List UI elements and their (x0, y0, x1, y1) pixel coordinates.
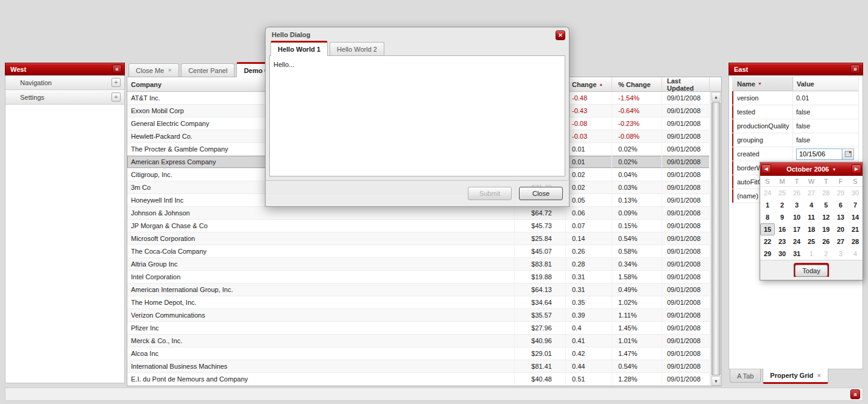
calendar-day[interactable]: 30 (848, 187, 863, 199)
table-row[interactable]: Johnson & Johnson$64.720.060.09%09/01/20… (127, 207, 710, 220)
collapse-left-icon[interactable]: « (112, 64, 122, 74)
column-header-last-updated[interactable]: Last Updated (662, 77, 710, 91)
tab-close-icon[interactable]: ✕ (817, 373, 821, 378)
month-year-label[interactable]: October 2006 (786, 165, 829, 173)
submit-button[interactable]: Submit (468, 187, 512, 200)
tab-hello-world-2[interactable]: Hello World 2 (330, 42, 384, 55)
column-header-pct-change[interactable]: % Change (612, 77, 662, 91)
property-row[interactable]: groupingfalse (732, 133, 858, 147)
calendar-day[interactable]: 1 (804, 248, 819, 260)
pct-change-cell: 0.03% (612, 181, 662, 193)
calendar-day[interactable]: 8 (760, 211, 775, 223)
property-row[interactable]: testedfalse (732, 105, 858, 119)
calendar-day[interactable]: 30 (775, 248, 789, 260)
calendar-day[interactable]: 12 (819, 211, 833, 223)
calendar-day[interactable]: 2 (775, 199, 789, 211)
column-header-change[interactable]: Change ▲ (566, 77, 612, 91)
table-row[interactable]: International Business Machines$81.410.4… (127, 360, 710, 373)
vertical-scrollbar[interactable]: ▲ ▼ (710, 92, 721, 386)
today-button[interactable]: Today (795, 265, 828, 277)
dialog-close-icon[interactable]: ✕ (556, 30, 565, 40)
table-row[interactable]: E.I. du Pont de Nemours and Company$40.4… (127, 373, 710, 386)
table-row[interactable]: Microsoft Corporation$25.840.140.54%09/0… (127, 232, 710, 245)
table-row[interactable]: American International Group, Inc.$64.13… (127, 284, 710, 296)
expand-up-icon[interactable]: « (850, 389, 860, 399)
month-dropdown-icon[interactable]: ▼ (832, 167, 836, 172)
calendar-day[interactable]: 17 (789, 223, 804, 235)
table-row[interactable]: Pfizer Inc$27.960.41.45%09/01/2008 (127, 322, 710, 335)
calendar-day[interactable]: 26 (789, 187, 804, 199)
calendar-day[interactable]: 25 (775, 187, 789, 199)
price-cell: $35.57 (515, 309, 566, 321)
calendar-day[interactable]: 9 (775, 211, 789, 223)
calendar-day[interactable]: 23 (775, 235, 789, 248)
tab-property-grid[interactable]: Property Grid✕ (763, 369, 828, 384)
calendar-day[interactable]: 24 (789, 235, 804, 248)
calendar-day[interactable]: 18 (804, 223, 819, 235)
table-row[interactable]: The Home Depot, Inc.$34.640.351.02%09/01… (127, 296, 710, 309)
calendar-day[interactable]: 5 (819, 199, 833, 211)
calendar-day[interactable]: 14 (848, 211, 863, 223)
scroll-up-icon[interactable]: ▲ (711, 92, 721, 102)
table-row[interactable]: Altria Group Inc$83.810.280.34%09/01/200… (127, 258, 710, 271)
expand-plus-icon[interactable]: + (111, 92, 121, 102)
close-button[interactable]: Close (519, 187, 563, 200)
calendar-day[interactable]: 3 (789, 199, 804, 211)
calendar-day[interactable]: 20 (833, 223, 848, 235)
previous-month-icon[interactable]: ◀ (761, 164, 771, 174)
calendar-day[interactable]: 28 (848, 235, 863, 248)
calendar-day[interactable]: 16 (775, 223, 789, 235)
tab-center-panel[interactable]: Center Panel (181, 63, 235, 77)
calendar-day[interactable]: 4 (804, 199, 819, 211)
column-header-value[interactable]: Value (793, 77, 858, 91)
property-row[interactable]: productionQualityfalse (732, 119, 858, 133)
calendar-day[interactable]: 28 (819, 187, 833, 199)
scroll-down-icon[interactable]: ▼ (711, 376, 721, 386)
table-row[interactable]: Alcoa Inc$29.010.421.47%09/01/2008 (127, 347, 710, 360)
table-row[interactable]: Intel Corporation$19.880.311.58%09/01/20… (127, 271, 710, 284)
calendar-day[interactable]: 13 (833, 211, 848, 223)
next-month-icon[interactable]: ▶ (852, 164, 861, 174)
collapse-right-icon[interactable]: » (850, 64, 860, 74)
table-row[interactable]: Verizon Communications$35.570.391.11%09/… (127, 309, 710, 322)
calendar-day[interactable]: 10 (789, 211, 804, 223)
calendar-day[interactable]: 25 (804, 235, 819, 248)
column-header-name[interactable]: Name ▼ (732, 77, 793, 91)
calendar-day[interactable]: 22 (760, 235, 775, 248)
accordion-item-settings[interactable]: Settings + (5, 90, 124, 105)
tab-hello-world-1[interactable]: Hello World 1 (270, 41, 328, 56)
calendar-day[interactable]: 4 (848, 248, 863, 260)
calendar-day[interactable]: 27 (833, 235, 848, 248)
date-input[interactable] (796, 148, 842, 160)
calendar-trigger-button[interactable] (842, 148, 854, 160)
calendar-day[interactable]: 19 (819, 223, 833, 235)
calendar-day[interactable]: 21 (848, 223, 863, 235)
calendar-day[interactable]: 2 (819, 248, 833, 260)
table-row[interactable]: Merck & Co., Inc.$40.960.411.01%09/01/20… (127, 335, 710, 347)
calendar-day[interactable]: 7 (848, 199, 863, 211)
property-row[interactable]: created (732, 147, 858, 161)
table-row[interactable]: The Coca-Cola Company$45.070.260.58%09/0… (127, 245, 710, 258)
scrollbar-thumb[interactable] (711, 102, 721, 375)
calendar-day[interactable]: 31 (789, 248, 804, 260)
calendar-day[interactable]: 3 (833, 248, 848, 260)
last-updated-cell: 09/01/2008 (662, 309, 710, 321)
calendar-day[interactable]: 27 (804, 187, 819, 199)
property-row[interactable]: version0.01 (732, 91, 858, 105)
accordion-item-navigation[interactable]: Navigation + (5, 75, 124, 90)
calendar-day[interactable]: 1 (760, 199, 775, 211)
table-row[interactable]: JP Morgan & Chase & Co$45.730.070.15%09/… (127, 220, 710, 232)
calendar-day[interactable]: 24 (760, 187, 775, 199)
calendar-day[interactable]: 15 (760, 223, 775, 235)
company-cell: Microsoft Corporation (127, 232, 515, 245)
tab-close-me[interactable]: Close Me✕ (129, 63, 179, 77)
company-cell: Merck & Co., Inc. (127, 335, 515, 347)
calendar-day[interactable]: 29 (833, 187, 848, 199)
calendar-day[interactable]: 26 (819, 235, 833, 248)
calendar-day[interactable]: 29 (760, 248, 775, 260)
tab-close-icon[interactable]: ✕ (168, 68, 172, 73)
tab-a-tab[interactable]: A Tab (730, 369, 761, 383)
expand-plus-icon[interactable]: + (111, 78, 121, 87)
calendar-day[interactable]: 11 (804, 211, 819, 223)
calendar-day[interactable]: 6 (833, 199, 848, 211)
